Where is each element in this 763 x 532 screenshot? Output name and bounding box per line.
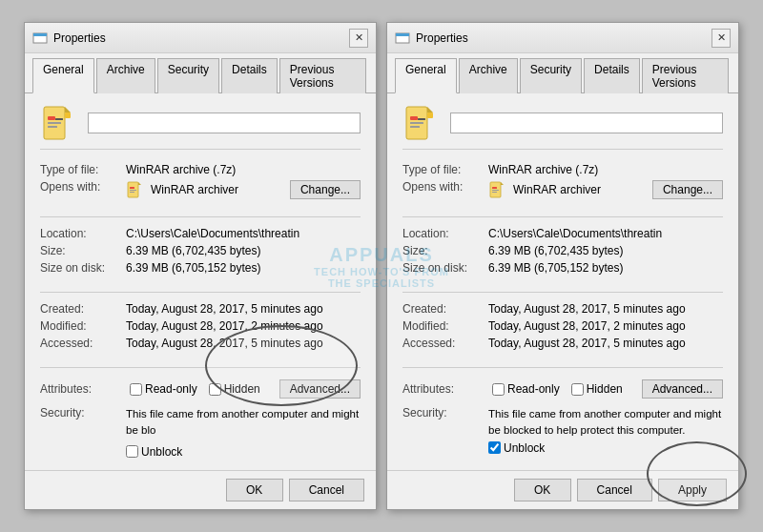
right-dialog-wrapper: Properties ✕ General Archive Security De…: [386, 22, 739, 509]
svg-rect-22: [410, 122, 423, 124]
right-cancel-button[interactable]: Cancel: [577, 479, 652, 501]
right-rar-icon: [402, 105, 439, 141]
left-hidden-checkbox[interactable]: [209, 383, 221, 396]
left-security-text: This file came from another computer and…: [126, 406, 361, 437]
left-hidden-text: Hidden: [224, 382, 260, 396]
left-change-button[interactable]: Change...: [290, 180, 361, 199]
left-separator-3: [40, 367, 361, 368]
left-cancel-button[interactable]: Cancel: [289, 479, 364, 501]
svg-rect-24: [418, 118, 425, 120]
left-modified-value: Today, August 28, 2017, 2 minutes ago: [126, 317, 361, 335]
right-close-button[interactable]: ✕: [711, 29, 731, 48]
left-dialog-title: Properties: [53, 31, 106, 45]
right-advanced-button[interactable]: Advanced...: [642, 379, 723, 399]
table-row: Size on disk: 6.39 MB (6,705,152 bytes): [40, 259, 361, 276]
left-ok-button[interactable]: OK: [226, 479, 283, 501]
left-advanced-button[interactable]: Advanced...: [279, 379, 361, 399]
svg-rect-27: [492, 187, 497, 189]
left-security-label: Security:: [40, 406, 126, 419]
left-tab-prev-versions[interactable]: Previous Versions: [279, 58, 366, 93]
right-opens-value: WinRAR archiver Change...: [488, 178, 723, 201]
left-created-label: Created:: [40, 300, 126, 317]
left-hidden-label[interactable]: Hidden: [209, 382, 260, 396]
left-info-table-2: Location: C:\Users\Cale\Documents\threat…: [40, 225, 361, 276]
svg-marker-11: [138, 182, 141, 185]
right-ok-button[interactable]: OK: [514, 479, 571, 501]
left-separator-1: [40, 216, 361, 217]
left-close-button[interactable]: ✕: [349, 29, 368, 48]
right-info-table: Type of file: WinRAR archive (.7z) Opens…: [402, 161, 723, 201]
left-opens-with-row: WinRAR archiver Change...: [126, 180, 361, 199]
table-row: Location: C:\Users\Cale\Documents\threat…: [40, 225, 361, 242]
right-change-button[interactable]: Change...: [652, 180, 723, 199]
table-row: Location: C:\Users\Cale\Documents\threat…: [402, 225, 723, 242]
right-modified-label: Modified:: [402, 317, 488, 335]
right-size-value: 6.39 MB (6,702,435 bytes): [488, 242, 723, 259]
right-size-label: Size:: [402, 242, 488, 259]
right-hidden-text: Hidden: [587, 382, 623, 396]
table-row: Size on disk: 6.39 MB (6,705,152 bytes): [402, 259, 723, 276]
table-row: Type of file: WinRAR archive (.7z): [402, 161, 723, 178]
right-sizeondisk-value: 6.39 MB (6,705,152 bytes): [488, 259, 723, 276]
right-separator-2: [402, 292, 723, 293]
left-location-label: Location:: [40, 225, 126, 242]
left-readonly-checkbox[interactable]: [130, 383, 142, 396]
left-attributes-label: Attributes:: [40, 382, 126, 396]
right-filename-input[interactable]: [450, 113, 723, 133]
right-tab-security[interactable]: Security: [520, 58, 582, 93]
right-info-table-2: Location: C:\Users\Cale\Documents\threat…: [402, 225, 723, 276]
right-winrar-small-icon: [488, 181, 505, 198]
left-unblock-row: Unblock: [40, 445, 361, 459]
right-readonly-label[interactable]: Read-only: [492, 382, 560, 396]
right-unblock-checkbox[interactable]: [488, 441, 501, 454]
left-tab-general[interactable]: General: [32, 58, 94, 93]
right-accessed-label: Accessed:: [402, 335, 488, 352]
left-readonly-label[interactable]: Read-only: [130, 382, 197, 396]
svg-rect-1: [33, 33, 47, 36]
table-row: Modified: Today, August 28, 2017, 2 minu…: [40, 317, 361, 335]
right-dialog-buttons: OK Cancel Apply: [387, 470, 738, 509]
left-created-value: Today, August 28, 2017, 5 minutes ago: [126, 300, 361, 317]
right-sizeondisk-label: Size on disk:: [402, 259, 488, 276]
right-readonly-checkbox[interactable]: [492, 383, 505, 396]
left-filename-input[interactable]: [88, 113, 361, 133]
right-title-bar-left: Properties: [395, 31, 468, 46]
left-sizeondisk-label: Size on disk:: [40, 259, 126, 276]
left-unblock-label[interactable]: Unblock: [126, 445, 182, 459]
left-title-bar: Properties ✕: [25, 23, 376, 53]
table-row: Created: Today, August 28, 2017, 5 minut…: [40, 300, 361, 317]
right-tab-prev-versions[interactable]: Previous Versions: [642, 58, 729, 93]
right-accessed-value: Today, August 28, 2017, 5 minutes ago: [488, 335, 723, 352]
left-readonly-text: Read-only: [145, 382, 197, 396]
right-dialog: Properties ✕ General Archive Security De…: [386, 22, 739, 509]
right-content: Type of file: WinRAR archive (.7z) Opens…: [387, 93, 738, 469]
right-modified-value: Today, August 28, 2017, 2 minutes ago: [488, 317, 723, 335]
svg-marker-19: [427, 107, 433, 113]
right-window-icon: [395, 31, 410, 46]
left-type-label: Type of file:: [40, 161, 126, 178]
left-unblock-checkbox[interactable]: [126, 445, 138, 458]
left-window-icon: [32, 31, 48, 46]
right-tab-archive[interactable]: Archive: [459, 58, 518, 93]
left-file-header: [40, 105, 361, 150]
right-hidden-checkbox[interactable]: [571, 383, 584, 396]
right-opens-with-row: WinRAR archiver Change...: [488, 180, 723, 199]
right-created-label: Created:: [402, 300, 488, 317]
right-hidden-label[interactable]: Hidden: [571, 382, 623, 396]
right-tab-general[interactable]: General: [395, 58, 457, 93]
svg-rect-20: [427, 113, 433, 118]
left-tab-details[interactable]: Details: [221, 58, 278, 93]
right-security-text: This file came from another computer and…: [488, 408, 721, 435]
left-security-row: Security: This file came from another co…: [40, 402, 361, 440]
right-unblock-label[interactable]: Unblock: [488, 441, 545, 455]
svg-rect-5: [65, 113, 71, 118]
right-attributes-label: Attributes:: [402, 382, 488, 396]
left-tabs: General Archive Security Details Previou…: [25, 53, 376, 93]
left-modified-label: Modified:: [40, 317, 126, 335]
left-tab-security[interactable]: Security: [157, 58, 219, 93]
right-tab-details[interactable]: Details: [584, 58, 640, 93]
left-sizeondisk-value: 6.39 MB (6,705,152 bytes): [126, 259, 361, 276]
svg-rect-14: [130, 192, 134, 193]
left-tab-archive[interactable]: Archive: [96, 58, 155, 93]
right-apply-button[interactable]: Apply: [658, 479, 727, 501]
